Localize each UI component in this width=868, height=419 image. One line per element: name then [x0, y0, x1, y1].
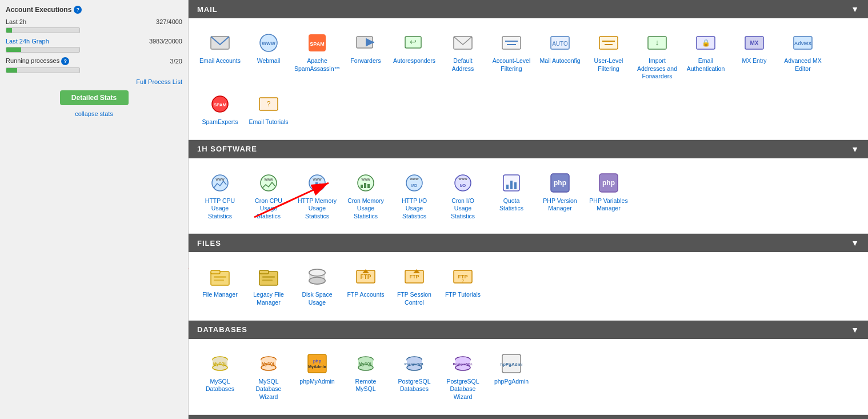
http-io-stats-label: HTTP I/O Usage Statistics — [394, 197, 435, 221]
mail-section-label: MAIL — [197, 5, 218, 14]
forwarders-item[interactable]: Forwarders — [343, 27, 389, 85]
http-mem-stats-item[interactable]: www HTTP Memory Usage Statistics — [294, 167, 340, 225]
1h-software-section: 1H SOFTWARE ▼ www HTTP CPU Usage Statist… — [189, 140, 868, 234]
cron-mem-stats-item[interactable]: www Cron Memory Usage Statistics — [343, 167, 389, 225]
postgresql-databases-label: PostgreSQL Databases — [394, 378, 435, 393]
detailed-stats-container: Detailed Stats — [6, 90, 182, 105]
php-version-manager-item[interactable]: php PHP Version Manager — [537, 167, 583, 225]
email-tutorials-item[interactable]: ? Email Tutorials — [246, 88, 291, 131]
advanced-mx-editor-item[interactable]: AdvMX Advanced MX Editor — [780, 27, 826, 85]
files-chevron-icon[interactable]: ▼ — [851, 238, 859, 248]
email-accounts-icon — [209, 31, 231, 54]
mx-entry-item[interactable]: MX MX Entry — [731, 27, 777, 85]
cron-mem-stats-label: Cron Memory Usage Statistics — [345, 197, 386, 221]
autoresponders-item[interactable]: ↩ Autoresponders — [391, 27, 437, 85]
svg-rect-71 — [262, 280, 273, 281]
postgresql-databases-item[interactable]: PostgreSQL PostgreSQL Databases — [391, 348, 437, 406]
ftp-tutorials-item[interactable]: FTP ? FTP Tutorials — [440, 261, 486, 311]
ftp-session-control-item[interactable]: FTP FTP Session Control — [391, 261, 437, 311]
svg-text:?: ? — [462, 278, 465, 284]
last24h-row: Last 24h Graph 3983/20000 — [6, 38, 182, 45]
import-addresses-item[interactable]: ↓ Import Addresses and Forwarders — [634, 27, 680, 85]
svg-text:?: ? — [267, 100, 271, 108]
forwarders-label: Forwarders — [350, 57, 381, 65]
account-level-filtering-item[interactable]: Account-Level Filtering — [489, 27, 534, 85]
spamexperts-item[interactable]: SPAM SpamExperts — [197, 88, 243, 131]
1h-software-section-header: 1H SOFTWARE ▼ — [189, 140, 868, 158]
remote-mysql-item[interactable]: MySQL Remote MySQL — [343, 348, 389, 406]
last2h-label: Last 2h — [6, 18, 69, 25]
full-process-link-container: Full Process List — [6, 78, 182, 86]
quota-stats-item[interactable]: Quota Statistics — [489, 167, 534, 225]
mysql-databases-icon: MySQL — [209, 352, 231, 375]
mysql-wizard-item[interactable]: MySQL MySQL Database Wizard — [246, 348, 291, 406]
http-mem-stats-icon: www — [306, 171, 329, 194]
spamassassin-item[interactable]: SPAM Apache SpamAssassin™ — [294, 27, 340, 85]
main-content: MAIL ▼ Email Accounts www Webmail SPAM — [189, 0, 868, 419]
sidebar-title: Account Executions ? — [6, 6, 182, 14]
webmail-icon: www — [257, 31, 280, 54]
php-variables-manager-item[interactable]: php PHP Variables Manager — [586, 167, 631, 225]
email-accounts-label: Email Accounts — [199, 57, 241, 65]
http-mem-stats-label: HTTP Memory Usage Statistics — [297, 197, 338, 221]
processes-progress-fill — [6, 68, 17, 73]
1h-software-icon-grid: www HTTP CPU Usage Statistics www Cron C… — [189, 158, 868, 234]
file-manager-item[interactable]: File Manager — [197, 261, 243, 311]
phppgadmin-item[interactable]: phpPgAdmin phpPgAdmin — [489, 348, 534, 406]
svg-rect-41 — [315, 182, 318, 188]
mysql-databases-item[interactable]: MySQL MySQL Databases — [197, 348, 243, 406]
mail-icon-grid: Email Accounts www Webmail SPAM Apache S… — [189, 18, 868, 140]
http-io-stats-item[interactable]: wwwI/O HTTP I/O Usage Statistics — [391, 167, 437, 225]
ftp-accounts-item[interactable]: FTP FTP Accounts — [343, 261, 389, 311]
legacy-file-manager-item[interactable]: Legacy File Manager — [246, 261, 291, 311]
svg-text:www: www — [458, 177, 467, 181]
processes-info-icon[interactable]: ? — [61, 57, 69, 65]
webmail-label: Webmail — [257, 57, 281, 65]
import-addresses-icon: ↓ — [646, 31, 669, 54]
cron-mem-stats-icon: www — [354, 171, 377, 194]
email-authentication-item[interactable]: 🔒 Email Authentication — [683, 27, 729, 85]
user-level-filtering-item[interactable]: User-Level Filtering — [586, 27, 631, 85]
svg-rect-65 — [211, 270, 220, 274]
svg-text:MySQL: MySQL — [359, 362, 373, 366]
remote-mysql-label: Remote MySQL — [345, 378, 386, 393]
autoresponders-label: Autoresponders — [393, 57, 435, 65]
disk-space-usage-item[interactable]: Disk Space Usage — [294, 261, 340, 311]
last24h-progress-bg — [6, 47, 80, 53]
svg-rect-55 — [506, 185, 509, 189]
advanced-mx-editor-label: Advanced MX Editor — [782, 57, 823, 73]
databases-section-header: DATABASES ▼ — [189, 321, 868, 339]
mail-chevron-icon[interactable]: ▼ — [851, 5, 859, 14]
collapse-stats-link[interactable]: collapse stats — [75, 110, 113, 117]
mail-autoconfig-item[interactable]: AUTO Mail Autoconfig — [537, 27, 583, 85]
account-level-filtering-icon — [500, 31, 523, 54]
phpmyadmin-item[interactable]: php MyAdmin phpMyAdmin — [294, 348, 340, 406]
default-address-item[interactable]: Default Address — [440, 27, 486, 85]
files-section-label: FILES — [197, 239, 221, 248]
phppgadmin-label: phpPgAdmin — [494, 378, 529, 386]
databases-chevron-icon[interactable]: ▼ — [851, 325, 859, 334]
svg-rect-19 — [599, 37, 618, 49]
svg-text:I/O: I/O — [460, 183, 466, 188]
processes-progress — [6, 67, 182, 73]
svg-rect-57 — [514, 182, 517, 189]
email-accounts-item[interactable]: Email Accounts — [197, 27, 243, 85]
webmail-item[interactable]: www Webmail — [246, 27, 291, 85]
mail-section-header: MAIL ▼ — [189, 0, 868, 18]
info-icon[interactable]: ? — [74, 6, 82, 14]
1h-software-section-label: 1H SOFTWARE — [197, 145, 257, 153]
cron-io-stats-item[interactable]: wwwI/O Cron I/O Usage Statistics — [440, 167, 486, 225]
1h-software-chevron-icon[interactable]: ▼ — [851, 145, 859, 154]
email-authentication-icon: 🔒 — [694, 31, 717, 54]
full-process-list-link[interactable]: Full Process List — [136, 78, 182, 85]
last2h-progress — [6, 27, 182, 33]
ftp-session-control-icon: FTP — [403, 265, 426, 288]
spamassassin-label: Apache SpamAssassin™ — [294, 57, 340, 73]
svg-text:www: www — [261, 40, 275, 46]
http-cpu-stats-item[interactable]: www HTTP CPU Usage Statistics — [197, 167, 243, 225]
last24h-graph-link[interactable]: Last 24h Graph — [6, 38, 49, 45]
cron-cpu-stats-item[interactable]: www Cron CPU Usage Statistics — [246, 167, 291, 225]
email-tutorials-icon: ? — [257, 93, 280, 115]
pgsql-wizard-item[interactable]: PostgreSQL PostgreSQL Database Wizard — [440, 348, 486, 406]
detailed-stats-button[interactable]: Detailed Stats — [60, 90, 129, 105]
